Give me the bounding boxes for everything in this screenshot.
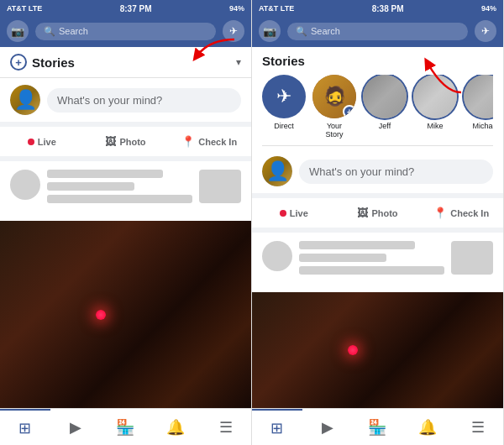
face-avatar-right: 👤 <box>262 156 292 186</box>
arrow-annotation-right <box>411 55 470 100</box>
feed-text-1b-right <box>299 254 386 262</box>
status-right-right: 94% <box>481 4 496 13</box>
checkin-label-right: Check In <box>450 208 489 218</box>
story-avatar-jeff <box>363 75 407 118</box>
feed-text-1a-left <box>47 170 163 178</box>
photo-button-left[interactable]: 🖼 Photo <box>84 130 168 153</box>
live-label-left: Live <box>38 137 56 147</box>
time-right: 8:38 PM <box>372 4 404 13</box>
what-on-mind-right[interactable]: What's on your mind? <box>299 160 493 184</box>
feed-text-1c-left <box>47 195 192 203</box>
feed-thumb-1-right <box>451 241 493 275</box>
arrow-annotation-left <box>192 35 243 72</box>
user-avatar-left: 👤 <box>10 85 40 115</box>
feed-content-1-left <box>47 170 192 207</box>
photo-label-right: Photo <box>371 208 397 218</box>
add-story-badge: + <box>343 105 356 118</box>
live-dot-left <box>28 139 34 145</box>
feed-content-1-right <box>299 241 444 279</box>
battery-left: 94% <box>229 4 244 13</box>
direct-send-icon: ✈ <box>276 86 291 107</box>
battery-right: 94% <box>481 4 496 13</box>
search-box-right[interactable]: 🔍 Search <box>287 23 468 40</box>
bottom-nav-right: ⊞ ▶ 🏪 🔔 ☰ <box>252 408 503 445</box>
left-phone-panel: AT&T LTE 8:37 PM 94% 📷 🔍 Search ✈ + Stor… <box>0 0 252 445</box>
feed-item-1-right <box>252 233 503 287</box>
bottom-image-left <box>0 221 251 408</box>
search-box-left[interactable]: 🔍 Search <box>35 23 216 40</box>
photo-button-right[interactable]: 🖼 Photo <box>336 202 420 224</box>
nav-bell-left[interactable]: 🔔 <box>150 409 201 445</box>
add-stories-icon[interactable]: + <box>10 54 27 71</box>
story-avatar-direct: ✈ <box>262 75 306 118</box>
feed-avatar-1-right <box>262 241 292 271</box>
status-left: AT&T LTE <box>7 4 42 13</box>
stories-title-left: Stories <box>32 55 75 70</box>
photo-icon-right: 🖼 <box>357 207 368 219</box>
nav-video-right[interactable]: ▶ <box>302 409 353 445</box>
checkin-button-left[interactable]: 📍 Check In <box>167 130 251 153</box>
status-bar-right: AT&T LTE 8:38 PM 94% <box>252 0 503 17</box>
feed-text-1b-left <box>47 182 134 191</box>
nav-video-left[interactable]: ▶ <box>50 409 101 445</box>
feed-text-1a-right <box>299 241 415 249</box>
nav-menu-left[interactable]: ☰ <box>201 409 251 445</box>
messenger-icon-right[interactable]: ✈ <box>475 20 496 42</box>
story-label-michael: Michael <box>472 122 493 130</box>
search-placeholder-left: Search <box>59 26 88 36</box>
carrier-left: AT&T LTE <box>7 4 42 13</box>
feed-item-1-left <box>0 161 251 216</box>
live-label-right: Live <box>290 208 308 218</box>
story-label-direct: Direct <box>274 122 294 130</box>
search-icon-left: 🔍 <box>44 26 55 37</box>
camera-icon-right[interactable]: 📷 <box>259 20 281 42</box>
story-label-jeff: Jeff <box>379 122 391 130</box>
right-phone-panel: AT&T LTE 8:38 PM 94% 📷 🔍 Search ✈ Storie… <box>252 0 504 445</box>
post-box-left[interactable]: 👤 What's on your mind? <box>0 78 251 127</box>
nav-menu-right[interactable]: ☰ <box>453 409 503 445</box>
checkin-icon-left: 📍 <box>181 135 195 148</box>
user-avatar-right: 👤 <box>262 156 292 186</box>
search-icon-right: 🔍 <box>296 26 307 37</box>
what-on-mind-left[interactable]: What's on your mind? <box>47 88 241 113</box>
search-bar-right: 📷 🔍 Search ✈ <box>252 17 503 47</box>
story-item-direct[interactable]: ✈ Direct <box>262 75 306 130</box>
feed-avatar-1-left <box>10 170 40 200</box>
feed-text-1c-right <box>299 266 444 275</box>
photo-label-left: Photo <box>119 137 145 147</box>
jeff-face <box>363 75 407 118</box>
post-box-right[interactable]: 👤 What's on your mind? <box>252 149 503 198</box>
status-right-left: 94% <box>229 4 244 13</box>
story-item-jeff[interactable]: Jeff <box>363 75 407 130</box>
carrier-right: AT&T LTE <box>259 4 294 13</box>
checkin-label-left: Check In <box>198 137 237 147</box>
live-button-left[interactable]: Live <box>0 132 84 152</box>
story-avatar-your-story: 🧔 + <box>312 75 356 118</box>
story-item-your-story[interactable]: 🧔 + YourStory <box>312 75 356 139</box>
camera-icon[interactable]: 📷 <box>7 20 29 42</box>
face-avatar-left: 👤 <box>10 85 40 115</box>
nav-marketplace-right[interactable]: 🏪 <box>353 409 403 445</box>
action-row-left: Live 🖼 Photo 📍 Check In <box>0 127 251 161</box>
status-bar-left: AT&T LTE 8:37 PM 94% <box>0 0 251 17</box>
status-left-right: AT&T LTE <box>259 4 294 13</box>
nav-home-left[interactable]: ⊞ <box>0 409 50 445</box>
stories-header-left: + Stories <box>10 54 75 71</box>
bottom-nav-left: ⊞ ▶ 🏪 🔔 ☰ <box>0 408 251 445</box>
live-button-right[interactable]: Live <box>252 203 336 223</box>
checkin-button-right[interactable]: 📍 Check In <box>419 202 503 224</box>
bottom-image-right <box>252 292 503 408</box>
story-label-mike: Mike <box>427 122 443 130</box>
nav-marketplace-left[interactable]: 🏪 <box>101 409 151 445</box>
action-row-right: Live 🖼 Photo 📍 Check In <box>252 198 503 233</box>
nav-bell-right[interactable]: 🔔 <box>402 409 453 445</box>
feed-thumb-1-left <box>199 170 241 203</box>
time-left: 8:37 PM <box>120 4 152 13</box>
nav-home-right[interactable]: ⊞ <box>252 409 302 445</box>
story-label-your-story: YourStory <box>325 122 343 139</box>
photo-icon-left: 🖼 <box>105 135 116 148</box>
live-dot-right <box>280 210 286 217</box>
search-placeholder-right: Search <box>311 26 340 36</box>
checkin-icon-right: 📍 <box>433 207 447 219</box>
